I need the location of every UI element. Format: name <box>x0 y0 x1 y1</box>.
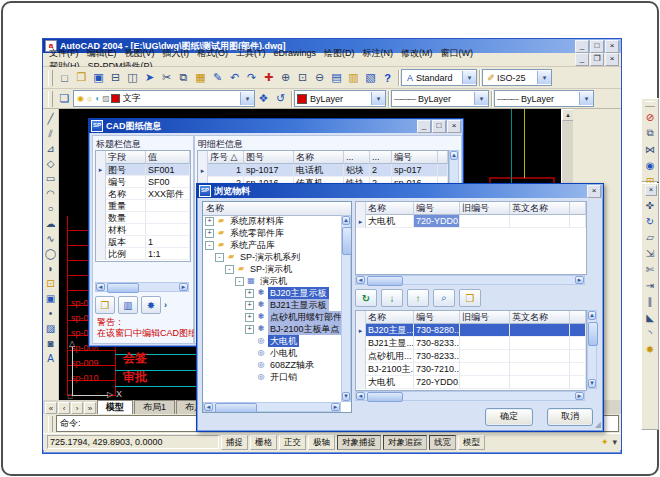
tree-expand-toggle[interactable]: - <box>225 265 234 274</box>
erase-icon[interactable]: ⊘ <box>643 110 658 124</box>
color-combo[interactable]: ByLayer ▾ <box>294 90 386 107</box>
mirror-icon[interactable]: ⋈ <box>643 142 658 156</box>
tree-item[interactable]: ◎ 小电机 <box>203 347 341 359</box>
column-header[interactable]: 编号 <box>414 311 460 324</box>
tree-item-label[interactable]: 演示机 <box>258 275 289 287</box>
properties-icon[interactable]: ▤ <box>328 69 345 86</box>
polyline-icon[interactable]: ⊿ <box>43 141 58 156</box>
layout-tab[interactable]: 模型 <box>97 400 133 414</box>
ellipse-icon[interactable]: ◯ <box>43 246 58 261</box>
value-cell[interactable]: SF00 <box>146 176 190 188</box>
table-row[interactable]: 大电机 720-YDD0... <box>356 215 586 228</box>
copy-clip-icon[interactable]: ⧉ <box>175 69 192 86</box>
tree-expand-toggle[interactable]: + <box>205 229 214 238</box>
tree-expand-toggle[interactable]: - <box>205 241 214 250</box>
tree-item-label[interactable]: 608ZZ轴承 <box>268 359 316 371</box>
scroll-right-icon[interactable]: ► <box>575 276 584 284</box>
status-toggle[interactable]: 捕捉 <box>221 435 248 450</box>
menu-item[interactable]: 绘图(D) <box>320 47 359 59</box>
minimize-icon[interactable]: _ <box>417 120 431 133</box>
column-header[interactable]: 英文名称 <box>510 311 570 324</box>
value-cell[interactable]: SF001 <box>146 164 190 176</box>
stretch-icon[interactable]: ⇲ <box>643 246 658 260</box>
zoom-window-icon[interactable]: ⊡ <box>294 69 311 86</box>
arc-icon[interactable]: ◠ <box>43 186 58 201</box>
toolbar-grip[interactable] <box>48 416 53 432</box>
value-cell[interactable]: 1 <box>146 236 190 248</box>
layout-tab[interactable]: 布局1 <box>134 400 175 414</box>
tree-expand-toggle[interactable]: + <box>245 289 254 298</box>
scroll-up-icon[interactable]: ▲ <box>588 311 596 320</box>
column-header[interactable]: 名称 <box>366 311 414 324</box>
tree-item[interactable]: + ❃ BJ-2100主板单点 <box>203 323 341 335</box>
mtext-icon[interactable]: A <box>43 351 58 366</box>
column-header[interactable]: 值 <box>146 151 190 164</box>
horizontal-scrollbar[interactable]: ◄ ► <box>355 275 585 285</box>
scroll-down-icon[interactable]: ▼ <box>588 379 596 388</box>
break-icon[interactable]: ∥ <box>643 294 658 308</box>
tree-item-label[interactable]: 大电机 <box>268 335 299 347</box>
close-icon[interactable]: × <box>605 40 619 53</box>
cancel-button[interactable]: 取消 <box>547 408 593 426</box>
chevron-down-icon[interactable]: ▾ <box>462 71 476 84</box>
tree-item[interactable]: - ▦ 演示机 <box>203 275 341 287</box>
resize-grip[interactable]: ◢ <box>595 420 601 429</box>
column-header[interactable]: 名称 <box>366 202 414 215</box>
tree-item[interactable]: ◎ 608ZZ轴承 <box>203 359 341 371</box>
scroll-thumb[interactable] <box>367 392 403 402</box>
value-cell[interactable] <box>146 224 190 236</box>
column-header[interactable]: 编号 <box>414 202 460 215</box>
more-tools-icon[interactable]: › <box>164 300 167 310</box>
dialog-title-bar[interactable]: SP CAD图纸信息 _ □ × <box>89 119 463 133</box>
circle-icon[interactable]: ○ <box>43 201 58 216</box>
menu-item[interactable]: 修改(M) <box>397 47 437 59</box>
linetype-combo[interactable]: ——— ByLayer ▾ <box>391 90 489 107</box>
value-cell[interactable]: XXX部件 <box>146 188 190 200</box>
maximize-icon[interactable]: □ <box>590 40 604 53</box>
doc-minimize-icon[interactable]: _ <box>575 53 589 66</box>
export-up-icon[interactable]: ↑ <box>407 289 429 307</box>
paste-icon[interactable]: ▦ <box>192 69 209 86</box>
make-object-layer-current-icon[interactable]: ❖ <box>255 90 272 107</box>
scroll-thumb[interactable] <box>215 403 257 413</box>
open-record-icon[interactable]: ❒ <box>95 296 115 314</box>
fillet-icon[interactable]: ◝ <box>643 326 658 340</box>
tool-palettes-icon[interactable]: ▧ <box>362 69 379 86</box>
layer-combo[interactable]: ◉☼◐▨ 文字 ▾ <box>73 90 255 107</box>
insert-block-icon[interactable]: ⊡ <box>43 276 58 291</box>
column-header[interactable]: ... <box>344 151 370 164</box>
chevron-down-icon[interactable]: ▾ <box>371 92 385 105</box>
tab-nav-icon[interactable]: › <box>71 402 83 414</box>
tree-item-label[interactable]: BJ21主显示板 <box>268 299 329 311</box>
refresh-icon[interactable]: ↻ <box>355 289 377 307</box>
pan-icon[interactable]: ✚ <box>260 69 277 86</box>
status-toggle[interactable]: 栅格 <box>250 435 277 450</box>
ok-button[interactable]: 确定 <box>485 408 533 426</box>
rectangle-icon[interactable]: ▭ <box>43 171 58 186</box>
line-icon[interactable]: ╱ <box>43 111 58 126</box>
value-cell[interactable]: 1:1 <box>146 248 190 260</box>
toolbar-grip[interactable] <box>48 70 53 86</box>
column-header[interactable]: 名称 <box>294 151 344 164</box>
tree-item-label[interactable]: SP-演示机 <box>248 263 294 275</box>
scroll-left-icon[interactable]: ◄ <box>356 276 365 284</box>
communication-center-icon[interactable]: ✦ <box>601 437 609 447</box>
table-row[interactable]: 名称 XXX部件 <box>96 188 190 200</box>
tab-nav-icon[interactable]: « <box>45 402 57 414</box>
layer-previous-icon[interactable]: ↺ <box>272 90 289 107</box>
tree-header[interactable]: 名称 <box>203 202 351 216</box>
rotate-icon[interactable]: ↻ <box>643 214 658 228</box>
menu-item[interactable]: 标注(N) <box>359 47 398 59</box>
column-header[interactable]: 旧编号 <box>460 202 510 215</box>
tree-item[interactable]: ◎ 开口销 <box>203 371 341 383</box>
maximize-icon[interactable]: □ <box>432 120 446 133</box>
chevron-down-icon[interactable]: ▾ <box>474 92 488 105</box>
scroll-left-icon[interactable]: ◄ <box>356 392 365 400</box>
tree-item-label[interactable]: 系统产品库 <box>228 239 277 251</box>
menu-item[interactable]: eDrawings <box>270 47 321 59</box>
tree-item[interactable]: + ❃ BJ20主显示板 <box>203 287 341 299</box>
scroll-right-icon[interactable]: ► <box>179 283 188 291</box>
minimize-icon[interactable]: _ <box>575 40 589 53</box>
copy-object-icon[interactable]: ⧉ <box>643 126 658 140</box>
publish-icon[interactable]: ➤ <box>141 69 158 86</box>
